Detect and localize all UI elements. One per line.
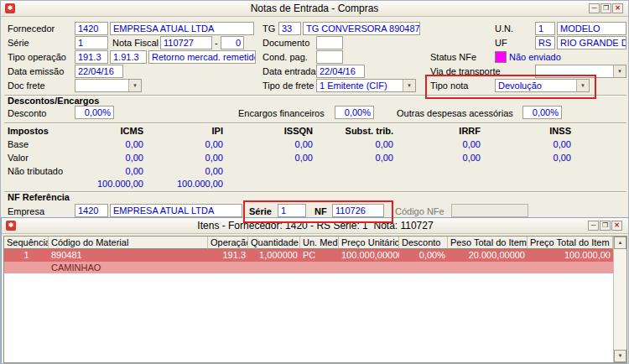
col-header-sequencia[interactable]: Sequência — [4, 237, 49, 249]
tipo-nota-label: Tipo nota — [430, 81, 468, 91]
impostos-value: 0,00 — [237, 139, 313, 150]
impostos-value: 0,00 — [237, 153, 313, 164]
main-window-title: Notas de Entrada - Compras — [1, 3, 628, 14]
col-header-un-med[interactable]: Un. Med. — [300, 237, 339, 249]
cell-preco-total: 100.000,00 — [528, 249, 613, 262]
tg-name-field[interactable]: TG CONVERSORA 890487 — [303, 22, 420, 35]
impostos-value: 0,00 — [318, 153, 393, 164]
data-entrada-field[interactable]: 22/04/16 — [316, 65, 365, 78]
close-icon[interactable]: ✕ — [612, 3, 623, 13]
itens-title-bar[interactable]: ✱ Itens - Fornecedor: 1420 - RS Série: 1… — [2, 218, 629, 234]
doc-frete-dropdown[interactable]: ▼ — [75, 79, 142, 92]
outras-despesas-label: Outras despesas acessórias — [397, 108, 513, 119]
impostos-value: 100.000,00 — [68, 179, 143, 190]
table-row-line1: 1 890481 191.3 1,000000 PC 100.000,00000… — [4, 249, 613, 262]
impostos-value: 0,00 — [148, 153, 223, 164]
col-header-preco-unitario[interactable]: Preço Unitário — [339, 237, 399, 249]
col-header-peso-total[interactable]: Peso Total do Item — [448, 237, 528, 249]
col-header-desconto[interactable]: Desconto — [399, 237, 448, 249]
nf-ref-serie-label: Série — [249, 206, 272, 217]
tipo-nota-value: Devolução — [498, 81, 542, 91]
col-header-preco-total[interactable]: Preço Total do Item — [528, 237, 613, 249]
section-divider — [4, 122, 626, 124]
desconto-field[interactable]: 0,00% — [75, 106, 114, 119]
maximize-icon[interactable]: ❒ — [600, 3, 611, 13]
nota-fiscal-field[interactable]: 110727 — [160, 36, 212, 49]
col-header-codigo-material[interactable]: Código do Material — [49, 237, 208, 249]
via-transporte-label: Via de transporte — [430, 66, 501, 77]
chevron-down-icon[interactable]: ▼ — [128, 80, 141, 91]
maximize-icon[interactable]: ❒ — [600, 221, 611, 231]
scroll-down-icon[interactable]: ▼ — [614, 350, 626, 362]
tipo-operacao-code2-field[interactable]: 1.91.3 — [110, 50, 147, 64]
minimize-icon[interactable]: ─ — [588, 221, 599, 231]
un-label: U.N. — [495, 23, 513, 34]
col-header-operacao[interactable]: Operação — [208, 237, 248, 249]
cond-pag-label: Cond. pag. — [263, 52, 308, 63]
tipo-operacao-desc-field[interactable]: Retorno mercad. remetido demonstra — [148, 50, 256, 64]
impostos-col-issqn: ISSQN — [237, 126, 313, 137]
impostos-row-label: Valor — [8, 153, 29, 164]
impostos-col-icms: ICMS — [68, 126, 143, 137]
tipo-operacao-code-field[interactable]: 191.3 — [75, 50, 108, 64]
status-nfe-label: Status NFe — [430, 52, 476, 63]
chevron-down-icon[interactable]: ▼ — [613, 65, 626, 77]
empresa-name-field[interactable]: EMPRESA ATUAL LTDA — [110, 204, 242, 217]
nota-fiscal-separator: - — [215, 38, 218, 49]
itens-window: ✱ Itens - Fornecedor: 1420 - RS Série: 1… — [1, 217, 629, 364]
impostos-value: 0,00 — [68, 166, 143, 177]
nf-referencia-section-title: NF Referência — [8, 192, 70, 203]
main-title-bar[interactable]: ✱ Notas de Entrada - Compras ─ ❒ ✕ — [1, 1, 628, 17]
fornecedor-label: Fornecedor — [8, 23, 55, 34]
codigo-nfe-label: Código NFe — [395, 206, 444, 217]
impostos-value: 0,00 — [68, 153, 143, 164]
un-code-field[interactable]: 1 — [535, 22, 555, 35]
nf-ref-serie-field[interactable]: 1 — [278, 204, 306, 217]
tg-code-field[interactable]: 33 — [278, 22, 301, 35]
nf-ref-nf-field[interactable]: 110726 — [332, 204, 384, 217]
col-header-quantidade[interactable]: Quantidade — [248, 237, 300, 249]
documento-label: Documento — [263, 38, 309, 49]
cell-un-med: PC — [300, 249, 339, 262]
chevron-down-icon[interactable]: ▼ — [576, 80, 589, 91]
encargos-label: Encargos financeiros — [238, 108, 325, 119]
uf-name-field[interactable]: RIO GRANDE DO SUL — [557, 36, 626, 49]
encargos-field[interactable]: 0,00% — [335, 106, 374, 119]
cell-quantidade: 1,000000 — [248, 249, 300, 262]
empresa-label: Empresa — [8, 206, 44, 217]
vertical-scrollbar[interactable]: ▲ ▼ — [613, 237, 626, 362]
impostos-section-title: Impostos — [8, 126, 49, 137]
tipo-frete-value: 1 Emitente (CIF) — [320, 81, 387, 91]
fornecedor-name-field[interactable]: EMPRESA ATUAL LTDA — [110, 22, 254, 35]
table-row[interactable]: 1 890481 191.3 1,000000 PC 100.000,00000… — [4, 249, 613, 273]
desconto-label: Desconto — [8, 108, 46, 119]
cond-pag-field[interactable] — [316, 50, 343, 64]
un-name-field[interactable]: MODELO — [557, 22, 626, 35]
chevron-down-icon[interactable]: ▼ — [403, 80, 415, 91]
tipo-nota-dropdown[interactable]: Devolução ▼ — [495, 79, 590, 92]
main-window: ✱ Notas de Entrada - Compras ─ ❒ ✕ Forne… — [0, 0, 629, 364]
cell-preco-unitario: 100.000,00000 — [339, 249, 399, 262]
data-emissao-field[interactable]: 22/04/16 — [75, 65, 123, 78]
documento-field[interactable] — [316, 36, 343, 49]
outras-despesas-field[interactable]: 0,00% — [522, 106, 562, 119]
minimize-icon[interactable]: ─ — [589, 3, 600, 13]
uf-code-field[interactable]: RS — [535, 36, 555, 49]
tipo-operacao-label: Tipo operação — [8, 52, 66, 63]
scroll-up-icon[interactable]: ▲ — [614, 237, 626, 249]
impostos-value: 0,00 — [405, 139, 481, 150]
status-nfe-color-swatch — [495, 51, 507, 63]
fornecedor-code-field[interactable]: 1420 — [75, 22, 108, 35]
impostos-col-inss: INSS — [496, 126, 571, 137]
close-icon[interactable]: ✕ — [611, 221, 622, 231]
tipo-frete-dropdown[interactable]: 1 Emitente (CIF) ▼ — [316, 79, 416, 92]
impostos-value: 0,00 — [148, 166, 223, 177]
impostos-col-irrf: IRRF — [405, 126, 481, 137]
serie-label: Série — [8, 38, 29, 49]
nota-fiscal-suffix-field[interactable]: 0 — [221, 36, 244, 49]
serie-field[interactable]: 1 — [75, 36, 108, 49]
impostos-value: 0,00 — [318, 139, 393, 150]
via-transporte-dropdown[interactable]: ▼ — [535, 65, 626, 78]
empresa-code-field[interactable]: 1420 — [75, 204, 108, 217]
data-entrada-label: Data entrada — [263, 66, 316, 77]
